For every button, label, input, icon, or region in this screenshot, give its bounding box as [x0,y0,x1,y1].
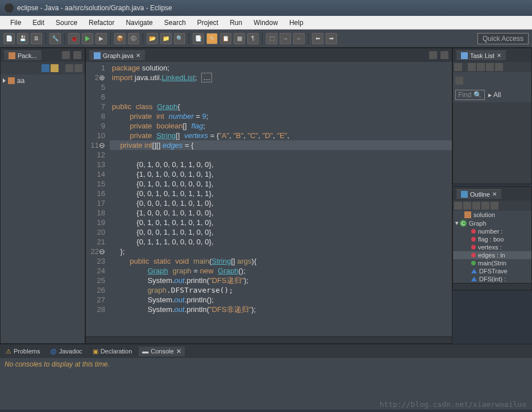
annotation-button[interactable]: 📋 [220,33,231,44]
outline-member[interactable]: main(Strin [453,259,531,267]
sync-button[interactable] [486,63,494,71]
find-input[interactable]: Find🔍 [455,90,485,100]
task-list-title: Task List [470,52,494,59]
link-editor-button[interactable] [51,64,59,72]
outline-package[interactable]: solution [453,211,531,219]
new-class-button[interactable]: Ⓒ [128,33,139,44]
schedule-button[interactable] [477,63,485,71]
minimize-button[interactable] [429,51,437,59]
build-button[interactable]: 🔧 [49,33,61,44]
back-button[interactable]: ⬅ [312,33,323,44]
close-tab-icon[interactable]: ✕ [136,52,140,59]
project-node[interactable]: aa [3,77,82,85]
prev-annotation-button[interactable]: ← [293,33,305,44]
run-button[interactable] [82,33,93,44]
separator [45,33,46,44]
editor-scrollbar[interactable] [86,336,452,343]
link-button[interactable] [491,202,498,210]
filter-button[interactable] [74,64,82,72]
method-icon [471,277,477,281]
outline-member[interactable]: flag : boo [453,235,531,243]
line-gutter: 12⊕567891011⊖1213141516171819202122⊖2324… [86,62,110,336]
toggle-highlight-button[interactable]: ✎ [206,33,218,44]
project-label: aa [17,77,24,85]
declaration-tab[interactable]: ▣Declaration [89,347,136,356]
search-button[interactable]: 🔍 [174,33,185,44]
collapse-button[interactable] [41,64,49,72]
outline-scrollbar[interactable] [453,283,531,290]
debug-button[interactable]: 🐞 [68,33,80,44]
maximize-button[interactable] [440,51,448,59]
new-task-button[interactable] [454,63,462,71]
next-annotation-button[interactable]: → [280,33,291,44]
save-all-button[interactable]: 🗎 [31,33,42,44]
menu-help[interactable]: Help [284,19,309,27]
focus-button[interactable] [495,63,503,71]
show-whitespace-button[interactable]: ¶ [247,33,259,44]
outline-member[interactable]: DFSTrave [453,267,531,275]
window-title: eclipse - Java - aa/src/solution/Graph.j… [17,4,172,12]
minimize-button[interactable] [62,51,70,59]
package-explorer-tab[interactable]: Pack... [4,51,41,60]
editor-header: Graph.java ✕ [86,48,452,62]
package-icon [9,52,15,59]
close-icon[interactable]: ✕ [176,348,181,355]
close-icon[interactable]: ✕ [492,191,497,197]
editor-tab[interactable]: Graph.java ✕ [89,51,145,60]
outline-member[interactable]: number : [453,227,531,235]
outline-class[interactable]: ▾CGraph [453,219,531,227]
code-editor[interactable]: 12⊕567891011⊖1213141516171819202122⊖2324… [86,62,452,336]
save-button[interactable]: 💾 [17,33,28,44]
run-last-button[interactable]: ▶ [95,33,107,44]
dropdown-icon[interactable] [455,77,463,85]
outline-tab[interactable]: Outline ✕ [456,189,501,199]
quick-access[interactable]: Quick Access [477,33,529,44]
maximize-button[interactable] [73,51,81,59]
java-file-icon [94,52,101,59]
categorize-button[interactable] [468,63,476,71]
spacer [463,63,467,71]
open-task-button[interactable]: 📁 [160,33,172,44]
all-filter[interactable]: ▸ All [488,91,501,99]
new-package-button[interactable]: 📦 [114,33,126,44]
separator [143,33,143,44]
outline-toolbar [453,201,531,211]
menu-window[interactable]: Window [248,19,284,27]
separator [262,33,263,44]
menu-source[interactable]: Source [50,19,83,27]
menu-search[interactable]: Search [159,19,192,27]
menu-run[interactable]: Run [224,19,248,27]
workspace: Pack... aa Graph.java [0,48,532,344]
menu-project[interactable]: Project [192,19,224,27]
toggle-mark-button[interactable]: 📑 [193,33,204,44]
outline-member[interactable]: vertexs : [453,243,531,251]
forward-button[interactable]: ➡ [326,33,337,44]
sort-button[interactable] [454,202,462,210]
task-list-header: Task List ✕ [453,48,531,62]
problems-tab[interactable]: ⚠Problems [2,347,43,356]
filter-static-button[interactable] [472,202,480,210]
menu-navigate[interactable]: Navigate [120,19,158,27]
menu-refactor[interactable]: Refactor [83,19,120,27]
package-icon [464,211,471,218]
javadoc-tab[interactable]: @Javadoc [47,347,85,356]
outline-member[interactable]: DFS(int) : [453,275,531,283]
right-panels: Task List ✕ Find🔍 ▸ All [452,48,532,344]
code-content[interactable]: package solution; import java.util.Linke… [110,62,452,336]
filter-public-button[interactable] [481,202,489,210]
close-icon[interactable]: ✕ [497,52,501,59]
view-menu-button[interactable] [65,64,73,72]
filter-fields-button[interactable] [463,202,471,210]
task-toolbar [453,62,531,72]
perspective-button[interactable]: ⬚ [266,33,277,44]
menu-file[interactable]: File [5,19,27,27]
block-select-button[interactable]: ▦ [234,33,245,44]
menu-edit[interactable]: Edit [27,19,50,27]
menubar: File Edit Source Refactor Navigate Searc… [0,16,532,30]
task-list-tab[interactable]: Task List ✕ [456,51,506,60]
new-button[interactable]: 📄 [3,33,15,44]
outline-member-selected[interactable]: edges : in [453,251,531,259]
console-tab[interactable]: ▬Console✕ [139,347,184,356]
open-type-button[interactable]: 📂 [147,33,158,44]
main-toolbar: 📄 💾 🗎 🔧 🐞 ▶ 📦 Ⓒ 📂 📁 🔍 📑 ✎ 📋 ▦ ¶ ⬚ → ← ⬅ … [0,30,532,48]
